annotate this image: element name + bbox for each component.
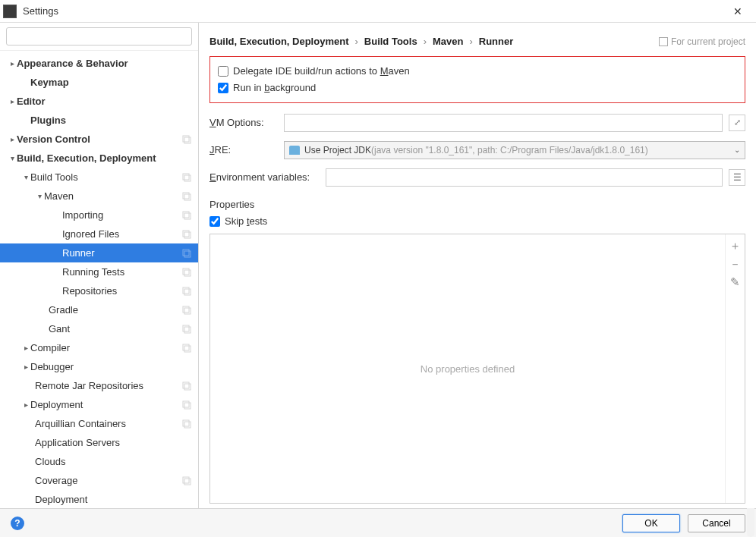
svg-rect-29: [184, 479, 191, 485]
env-label: Environment variables:: [209, 171, 320, 183]
project-icon: [181, 134, 192, 145]
tree-keymap[interactable]: Keymap: [0, 73, 198, 92]
tree-runner[interactable]: Runner: [0, 243, 198, 262]
chevron-down-icon: ▾: [35, 192, 44, 200]
jre-row: JRE: Use Project JDK (java version "1.8.…: [209, 141, 745, 159]
chevron-right-icon: ▸: [21, 400, 30, 409]
run-background-label: Run in background: [233, 82, 316, 93]
list-icon[interactable]: ☰: [729, 169, 745, 186]
skip-tests-label: Skip tests: [225, 215, 267, 227]
delegate-checkbox[interactable]: [218, 66, 228, 77]
svg-rect-27: [184, 422, 191, 428]
tree-build-tools[interactable]: ▾ Build Tools: [0, 168, 198, 187]
project-icon: [181, 286, 192, 297]
breadcrumb-a[interactable]: Build, Execution, Deployment: [209, 36, 348, 47]
project-icon: [181, 248, 192, 259]
run-background-checkbox[interactable]: [218, 83, 228, 93]
tree-deployment[interactable]: ▸ Deployment: [0, 395, 198, 414]
search-row: 🔍: [0, 23, 198, 51]
folder-icon: [289, 146, 300, 155]
chevron-right-icon: ▸: [21, 344, 30, 352]
env-row: Environment variables: ☰: [209, 168, 745, 187]
jre-dropdown[interactable]: Use Project JDK (java version "1.8.0_161…: [284, 141, 745, 159]
help-button[interactable]: ?: [11, 517, 24, 530]
project-icon: [181, 172, 192, 183]
svg-rect-6: [183, 212, 189, 218]
vm-options-input[interactable]: [284, 114, 723, 132]
chevron-right-icon: ›: [354, 36, 358, 47]
chevron-right-icon: ›: [469, 36, 472, 47]
svg-rect-28: [183, 477, 189, 483]
chevron-right-icon: ▸: [21, 363, 30, 371]
project-icon: [181, 343, 192, 353]
svg-rect-24: [183, 401, 189, 407]
search-input[interactable]: [6, 27, 192, 46]
tree-remote-jar[interactable]: Remote Jar Repositories: [0, 376, 198, 395]
svg-rect-16: [183, 306, 189, 312]
tree-coverage[interactable]: Coverage: [0, 471, 198, 490]
tree-gradle[interactable]: Gradle: [0, 300, 198, 319]
breadcrumb: Build, Execution, Deployment › Build Too…: [209, 36, 513, 47]
remove-icon[interactable]: －: [729, 257, 742, 271]
tree-compiler[interactable]: ▸ Compiler: [0, 338, 198, 357]
tree-clouds[interactable]: Clouds: [0, 452, 198, 471]
jre-label: JRE:: [209, 144, 278, 155]
project-icon: [181, 476, 192, 486]
svg-rect-9: [184, 232, 191, 238]
svg-rect-14: [183, 287, 189, 294]
svg-rect-2: [183, 174, 189, 180]
breadcrumb-row: Build, Execution, Deployment › Build Too…: [209, 30, 745, 53]
skip-tests-row: Skip tests: [209, 213, 745, 230]
svg-rect-12: [183, 268, 189, 275]
svg-rect-11: [184, 251, 191, 257]
delegate-checkbox-row: Delegate IDE build/run actions to Maven: [218, 63, 737, 80]
svg-rect-19: [184, 327, 191, 333]
tree-maven[interactable]: ▾ Maven: [0, 187, 198, 206]
tree-ignored-files[interactable]: Ignored Files: [0, 225, 198, 243]
project-icon: [181, 229, 192, 240]
edit-icon[interactable]: ✎: [729, 275, 742, 289]
svg-rect-7: [184, 213, 191, 219]
highlighted-box: Delegate IDE build/run actions to Maven …: [209, 56, 745, 103]
expand-icon[interactable]: ⤢: [729, 115, 745, 131]
properties-toolbar: ＋ － ✎: [725, 234, 745, 503]
chevron-right-icon: ›: [424, 36, 427, 47]
window-title: Settings: [23, 5, 723, 17]
svg-rect-26: [183, 420, 189, 426]
for-current-project: For current project: [659, 36, 745, 47]
env-input[interactable]: [326, 168, 723, 187]
close-button[interactable]: ✕: [723, 5, 753, 17]
tree-version-control[interactable]: ▸ Version Control: [0, 130, 198, 149]
chevron-right-icon: ▸: [8, 59, 17, 68]
chevron-right-icon: ▸: [8, 135, 17, 143]
chevron-down-icon: ⌄: [734, 146, 740, 154]
svg-rect-22: [183, 382, 189, 388]
tree-plugins[interactable]: Plugins: [0, 111, 198, 130]
tree-running-tests[interactable]: Running Tests: [0, 262, 198, 281]
svg-rect-25: [184, 403, 191, 409]
tree-app-servers[interactable]: Application Servers: [0, 433, 198, 452]
delegate-label: Delegate IDE build/run actions to Maven: [233, 65, 410, 77]
project-icon: [181, 381, 192, 391]
tree-appearance[interactable]: ▸ Appearance & Behavior: [0, 54, 198, 73]
ok-button[interactable]: OK: [622, 514, 680, 532]
breadcrumb-c[interactable]: Maven: [433, 36, 463, 47]
vm-options-label: VM Options:: [209, 117, 278, 128]
tree-editor[interactable]: ▸ Editor: [0, 92, 198, 111]
app-icon: [3, 5, 17, 18]
add-icon[interactable]: ＋: [729, 239, 742, 253]
tree-repositories[interactable]: Repositories: [0, 281, 198, 300]
tree-deployment2[interactable]: Deployment: [0, 490, 198, 508]
tree-arquillian[interactable]: Arquillian Containers: [0, 414, 198, 433]
cancel-button[interactable]: Cancel: [688, 514, 745, 532]
main-area: 🔍 ▸ Appearance & Behavior Keymap ▸ Edito…: [0, 23, 756, 508]
svg-rect-3: [184, 175, 191, 181]
tree-importing[interactable]: Importing: [0, 206, 198, 225]
tree-debugger[interactable]: ▸ Debugger: [0, 357, 198, 376]
tree-gant[interactable]: Gant: [0, 319, 198, 338]
project-icon: [181, 267, 192, 278]
skip-tests-checkbox[interactable]: [209, 216, 220, 227]
tree-build-execution-deployment[interactable]: ▾ Build, Execution, Deployment: [0, 149, 198, 168]
svg-rect-18: [183, 325, 189, 331]
breadcrumb-b[interactable]: Build Tools: [364, 36, 417, 47]
